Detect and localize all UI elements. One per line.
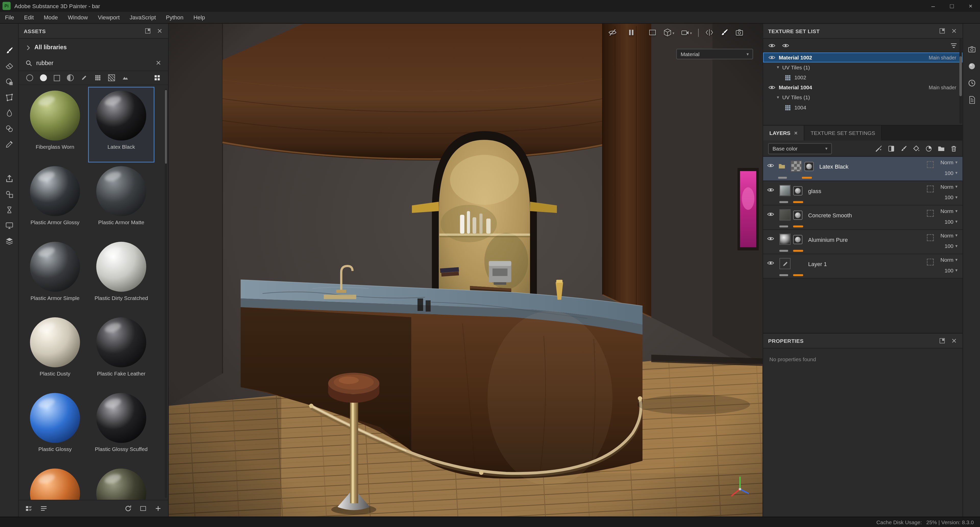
opacity-dropdown[interactable]: 100▾: [945, 267, 958, 273]
add-fill-layer-icon[interactable]: [913, 144, 920, 152]
paint-brush-tool-icon[interactable]: [5, 46, 13, 55]
layer-row[interactable]: Concrete Smooth Norm▾ 100▾: [763, 206, 963, 230]
add-smart-material-icon[interactable]: [925, 144, 932, 152]
filter-sets-icon[interactable]: [950, 41, 957, 49]
material-picker-tool-icon[interactable]: [5, 140, 13, 149]
delete-layer-icon[interactable]: [950, 144, 957, 152]
viewport-3d-mode[interactable]: ▾: [663, 28, 674, 37]
menu-edit[interactable]: Edit: [19, 14, 39, 21]
clone-tool-icon[interactable]: [5, 124, 13, 133]
viewport-3d[interactable]: ▾ ▾ Material ▾: [169, 24, 762, 516]
material-item[interactable]: Plastic Glossy: [22, 389, 88, 465]
detail-view-icon[interactable]: [40, 505, 48, 512]
set-visibility-icon[interactable]: [768, 54, 776, 61]
blend-mode-dropdown[interactable]: Norm▾: [940, 257, 958, 263]
axis-gizmo[interactable]: [726, 473, 754, 500]
material-item[interactable]: Fiberglass Worn: [22, 87, 88, 162]
menu-viewport[interactable]: Viewport: [93, 14, 125, 21]
layers-stack-icon[interactable]: [5, 237, 13, 245]
display-icon[interactable]: [5, 221, 13, 230]
material-item[interactable]: Plastic Dirty Scratched: [88, 238, 154, 313]
maximize-button[interactable]: □: [942, 0, 961, 12]
filter-textures-icon[interactable]: [108, 74, 115, 81]
blend-mode-dropdown[interactable]: Norm▾: [940, 232, 958, 238]
layer-row[interactable]: Aluminium Pure Norm▾ 100▾: [763, 230, 963, 254]
layer-row[interactable]: Layer 1 Norm▾ 100▾: [763, 254, 963, 279]
uv-tile-row[interactable]: 1002: [763, 73, 963, 83]
uv-tiles-row[interactable]: ▾ UV Tiles (1): [763, 62, 963, 73]
menu-javascript[interactable]: JavaScript: [124, 14, 161, 21]
dock-panel-icon[interactable]: [145, 27, 151, 35]
search-input[interactable]: [36, 59, 151, 66]
clear-search-icon[interactable]: [155, 59, 162, 66]
eraser-tool-icon[interactable]: [5, 62, 13, 70]
filter-environments-icon[interactable]: [122, 74, 129, 81]
layer-visibility-icon[interactable]: [767, 235, 774, 242]
layer-row[interactable]: Latex Black Norm▾ 100▾: [763, 157, 963, 181]
add-effect-icon[interactable]: [875, 144, 883, 152]
import-resources-icon[interactable]: [154, 505, 162, 512]
close-panel-icon[interactable]: [156, 27, 163, 35]
shader-settings-icon[interactable]: [967, 62, 976, 70]
material-item[interactable]: [88, 465, 154, 500]
channel-dropdown[interactable]: Base color ▾: [768, 143, 832, 154]
texture-set-scrollbar[interactable]: [959, 39, 962, 124]
screenshot-icon[interactable]: [735, 28, 744, 37]
texture-set-row[interactable]: Material 1004 Main shader: [763, 83, 963, 92]
layer-row[interactable]: glass Norm▾ 100▾: [763, 181, 963, 206]
symmetry-icon[interactable]: [705, 28, 714, 37]
add-folder-icon[interactable]: [937, 144, 945, 152]
viewport-3d-scene[interactable]: [169, 24, 762, 516]
shader-mode-dropdown[interactable]: Material ▾: [676, 49, 753, 59]
library-selector[interactable]: All libraries: [19, 39, 168, 55]
minimize-button[interactable]: –: [924, 0, 942, 12]
pause-engine-icon[interactable]: [627, 28, 635, 37]
material-item[interactable]: [22, 465, 88, 500]
layer-visibility-icon[interactable]: [767, 186, 774, 194]
show-all-sets-icon[interactable]: [768, 41, 776, 49]
filter-materials-icon[interactable]: [40, 74, 47, 81]
refresh-shelf-icon[interactable]: [124, 505, 132, 512]
menu-mode[interactable]: Mode: [39, 14, 63, 21]
menu-python[interactable]: Python: [161, 14, 188, 21]
shapes-icon[interactable]: [5, 190, 13, 198]
paint-tool-icon[interactable]: [720, 28, 729, 37]
dock-panel-icon[interactable]: [939, 27, 945, 35]
layer-visibility-icon[interactable]: [767, 162, 774, 169]
hide-ui-icon[interactable]: [608, 28, 617, 37]
menu-help[interactable]: Help: [188, 14, 210, 21]
close-panel-icon[interactable]: [951, 337, 958, 344]
blend-mode-dropdown[interactable]: Norm▾: [940, 159, 958, 165]
menu-window[interactable]: Window: [63, 14, 93, 21]
projection-tool-icon[interactable]: [5, 78, 13, 86]
camera-settings-icon[interactable]: [967, 45, 976, 54]
list-view-icon[interactable]: [25, 505, 32, 512]
material-item[interactable]: Plastic Dusty: [22, 313, 88, 389]
blend-mode-dropdown[interactable]: Norm▾: [940, 208, 958, 214]
filter-all-icon[interactable]: [26, 74, 33, 81]
material-item[interactable]: Latex Black: [88, 87, 154, 162]
tab-texture-set-settings[interactable]: TEXTURE SET SETTINGS: [804, 125, 882, 141]
uv-tiles-row[interactable]: ▾ UV Tiles (1): [763, 92, 963, 102]
add-paint-layer-icon[interactable]: [900, 144, 907, 152]
material-item[interactable]: Plastic Armor Glossy: [22, 162, 88, 238]
add-mask-icon[interactable]: [888, 144, 895, 152]
dock-panel-icon[interactable]: [939, 337, 945, 344]
uv-tile-row[interactable]: 1004: [763, 103, 963, 113]
set-visibility-icon[interactable]: [768, 84, 776, 91]
filter-smart-materials-icon[interactable]: [54, 75, 60, 81]
layer-visibility-icon[interactable]: [767, 259, 774, 267]
opacity-dropdown[interactable]: 100▾: [945, 194, 958, 200]
filter-alphas-icon[interactable]: [94, 74, 101, 81]
log-icon[interactable]: [967, 96, 976, 104]
close-panel-icon[interactable]: [951, 27, 958, 35]
hourglass-icon[interactable]: [5, 206, 13, 214]
layer-visibility-icon[interactable]: [767, 210, 774, 218]
history-icon[interactable]: [967, 79, 976, 87]
close-button[interactable]: ×: [961, 0, 980, 12]
viewport-frame-icon[interactable]: [648, 28, 657, 37]
grid-view-icon[interactable]: [154, 74, 161, 81]
solo-set-icon[interactable]: [782, 41, 789, 49]
smudge-tool-icon[interactable]: [5, 109, 13, 117]
viewport-camera-mode[interactable]: ▾: [681, 28, 692, 37]
